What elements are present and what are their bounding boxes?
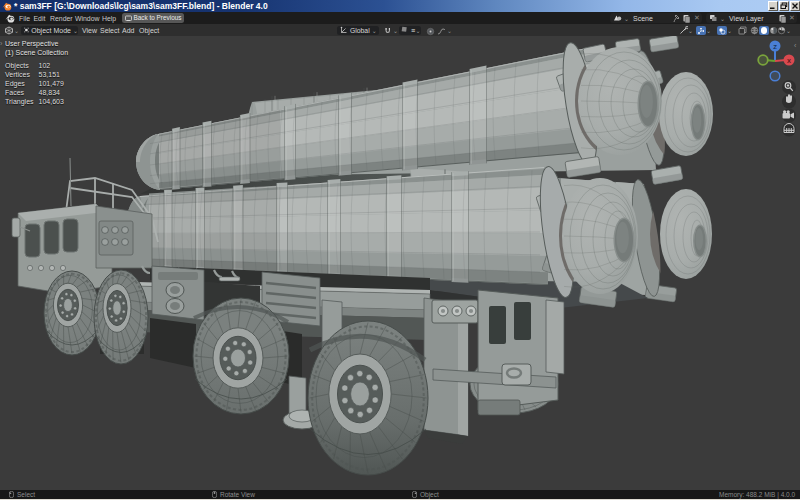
svg-text:Z: Z — [773, 44, 777, 50]
svg-text:X: X — [787, 58, 791, 64]
